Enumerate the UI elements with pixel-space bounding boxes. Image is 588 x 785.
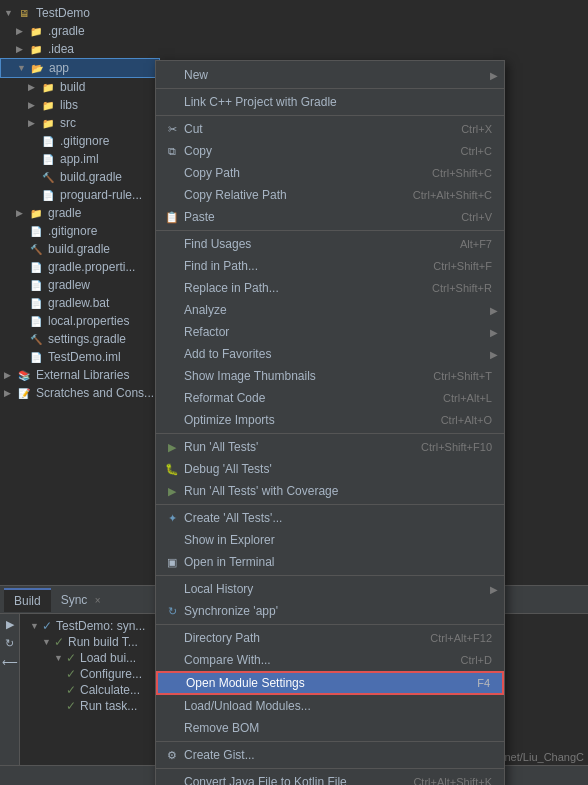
tree-root[interactable]: ▼ 🖥 TestDemo <box>0 4 160 22</box>
menu-item-copy-rel-label: Copy Relative Path <box>184 188 393 202</box>
menu-item-open-terminal[interactable]: ▣ Open in Terminal <box>156 551 504 573</box>
menu-item-show-explorer-label: Show in Explorer <box>184 533 492 547</box>
tree-item-src[interactable]: ▶ 📁 src <box>0 114 160 132</box>
menu-item-open-module-settings[interactable]: Open Module Settings F4 <box>156 671 504 695</box>
tree-item-gradlew[interactable]: ▶ 📄 gradlew <box>0 276 160 294</box>
tree-item-label: app.iml <box>60 152 99 166</box>
menu-item-find-path[interactable]: Find in Path... Ctrl+Shift+F <box>156 255 504 277</box>
tab-build[interactable]: Build <box>4 588 51 612</box>
tree-item-gradle[interactable]: ▶ 📁 .gradle <box>0 22 160 40</box>
tree-item-build-gradle-app[interactable]: ▶ 🔨 build.gradle <box>0 168 160 186</box>
tree-item-gitignore-app[interactable]: ▶ 📄 .gitignore <box>0 132 160 150</box>
menu-item-copy[interactable]: ⧉ Copy Ctrl+C <box>156 140 504 162</box>
tab-close-button[interactable]: × <box>95 595 101 606</box>
menu-item-compare[interactable]: Compare With... Ctrl+D <box>156 649 504 671</box>
menu-item-dir-path[interactable]: Directory Path Ctrl+Alt+F12 <box>156 627 504 649</box>
gradle-icon: 🔨 <box>28 241 44 257</box>
tree-item-local-props[interactable]: ▶ 📄 local.properties <box>0 312 160 330</box>
tree-item-label: build <box>60 80 85 94</box>
folder-icon: 📁 <box>40 97 56 113</box>
build-item-label: Run task... <box>80 699 137 713</box>
tree-item-gitignore-root[interactable]: ▶ 📄 .gitignore <box>0 222 160 240</box>
scratches-icon: 📝 <box>16 385 32 401</box>
menu-item-synchronize[interactable]: ↻ Synchronize 'app' <box>156 600 504 622</box>
tree-item-idea[interactable]: ▶ 📁 .idea <box>0 40 160 58</box>
tree-item-label: build.gradle <box>60 170 122 184</box>
menu-item-cut-shortcut: Ctrl+X <box>461 123 492 135</box>
menu-item-dir-path-label: Directory Path <box>184 631 410 645</box>
file-icon: 📄 <box>28 277 44 293</box>
build-toolbar-icon-3[interactable]: ⟵ <box>2 656 18 669</box>
tree-item-label: Scratches and Cons... <box>36 386 154 400</box>
file-icon: 📄 <box>40 151 56 167</box>
tree-item-build[interactable]: ▶ 📁 build <box>0 78 160 96</box>
tree-item-proguard[interactable]: ▶ 📄 proguard-rule... <box>0 186 160 204</box>
tree-item-scratches[interactable]: ▶ 📝 Scratches and Cons... <box>0 384 160 402</box>
menu-item-run-tests[interactable]: ▶ Run 'All Tests' Ctrl+Shift+F10 <box>156 436 504 458</box>
menu-item-remove-bom[interactable]: Remove BOM <box>156 717 504 739</box>
menu-item-link-cpp[interactable]: Link C++ Project with Gradle <box>156 91 504 113</box>
tree-item-libs[interactable]: ▶ 📁 libs <box>0 96 160 114</box>
menu-item-load-unload[interactable]: Load/Unload Modules... <box>156 695 504 717</box>
submenu-arrow-icon: ▶ <box>490 584 498 595</box>
menu-item-show-thumbnails[interactable]: Show Image Thumbnails Ctrl+Shift+T <box>156 365 504 387</box>
build-toolbar-icon-2[interactable]: ↻ <box>5 637 14 650</box>
tree-item-label: build.gradle <box>48 242 110 256</box>
menu-item-copy-path[interactable]: Copy Path Ctrl+Shift+C <box>156 162 504 184</box>
menu-item-show-explorer[interactable]: Show in Explorer <box>156 529 504 551</box>
menu-item-reformat[interactable]: Reformat Code Ctrl+Alt+L <box>156 387 504 409</box>
menu-item-run-coverage[interactable]: ▶ Run 'All Tests' with Coverage <box>156 480 504 502</box>
build-toolbar: ▶ ↻ ⟵ <box>0 614 20 785</box>
menu-item-optimize[interactable]: Optimize Imports Ctrl+Alt+O <box>156 409 504 431</box>
tree-item-settings-gradle[interactable]: ▶ 🔨 settings.gradle <box>0 330 160 348</box>
tree-item-gradle-props[interactable]: ▶ 📄 gradle.properti... <box>0 258 160 276</box>
menu-item-refactor[interactable]: Refactor ▶ <box>156 321 504 343</box>
tree-item-gradlew-bat[interactable]: ▶ 📄 gradlew.bat <box>0 294 160 312</box>
copy-icon: ⧉ <box>164 143 180 159</box>
tree-item-gradle-dir[interactable]: ▶ 📁 gradle <box>0 204 160 222</box>
menu-item-analyze[interactable]: Analyze ▶ <box>156 299 504 321</box>
terminal-icon: ▣ <box>164 554 180 570</box>
tree-item-app[interactable]: ▼ 📂 app <box>0 58 160 78</box>
menu-item-paste-label: Paste <box>184 210 441 224</box>
menu-item-convert-java[interactable]: Convert Java File to Kotlin File Ctrl+Al… <box>156 771 504 785</box>
menu-item-find-usages[interactable]: Find Usages Alt+F7 <box>156 233 504 255</box>
menu-item-local-history[interactable]: Local History ▶ <box>156 578 504 600</box>
menu-item-paste[interactable]: 📋 Paste Ctrl+V <box>156 206 504 228</box>
tree-item-external-libs[interactable]: ▶ 📚 External Libraries <box>0 366 160 384</box>
tree-item-build-gradle[interactable]: ▶ 🔨 build.gradle <box>0 240 160 258</box>
menu-item-replace-path[interactable]: Replace in Path... Ctrl+Shift+R <box>156 277 504 299</box>
menu-item-create-tests[interactable]: ✦ Create 'All Tests'... <box>156 507 504 529</box>
gradle-icon: 🔨 <box>40 169 56 185</box>
file-icon: 📄 <box>40 133 56 149</box>
run-icon: ▶ <box>164 439 180 455</box>
menu-item-optimize-label: Optimize Imports <box>184 413 421 427</box>
menu-item-show-thumbnails-label: Show Image Thumbnails <box>184 369 413 383</box>
folder-icon: 📁 <box>40 79 56 95</box>
tree-item-testdemo-iml[interactable]: ▶ 📄 TestDemo.iml <box>0 348 160 366</box>
menu-item-load-unload-label: Load/Unload Modules... <box>184 699 492 713</box>
menu-item-add-favorites-label: Add to Favorites <box>184 347 492 361</box>
submenu-arrow-icon: ▶ <box>490 327 498 338</box>
menu-separator-5 <box>156 504 504 505</box>
build-item-label: TestDemo: syn... <box>56 619 145 633</box>
menu-item-copy-rel[interactable]: Copy Relative Path Ctrl+Alt+Shift+C <box>156 184 504 206</box>
folder-icon: 📁 <box>28 205 44 221</box>
menu-item-analyze-label: Analyze <box>184 303 492 317</box>
file-icon: 📄 <box>28 295 44 311</box>
menu-item-find-path-shortcut: Ctrl+Shift+F <box>433 260 492 272</box>
menu-separator-1 <box>156 88 504 89</box>
tab-sync[interactable]: Sync × <box>51 589 111 611</box>
tree-item-app-iml[interactable]: ▶ 📄 app.iml <box>0 150 160 168</box>
menu-item-add-favorites[interactable]: Add to Favorites ▶ <box>156 343 504 365</box>
coverage-icon: ▶ <box>164 483 180 499</box>
build-toolbar-icon-1[interactable]: ▶ <box>6 618 14 631</box>
menu-item-create-gist[interactable]: ⚙ Create Gist... <box>156 744 504 766</box>
menu-item-new[interactable]: New ▶ <box>156 64 504 86</box>
tree-root-label: TestDemo <box>36 6 90 20</box>
menu-item-debug-tests[interactable]: 🐛 Debug 'All Tests' <box>156 458 504 480</box>
tree-item-label: gradle <box>48 206 81 220</box>
submenu-arrow-icon: ▶ <box>490 305 498 316</box>
gradle-icon: 🔨 <box>28 331 44 347</box>
menu-item-cut[interactable]: ✂ Cut Ctrl+X <box>156 118 504 140</box>
